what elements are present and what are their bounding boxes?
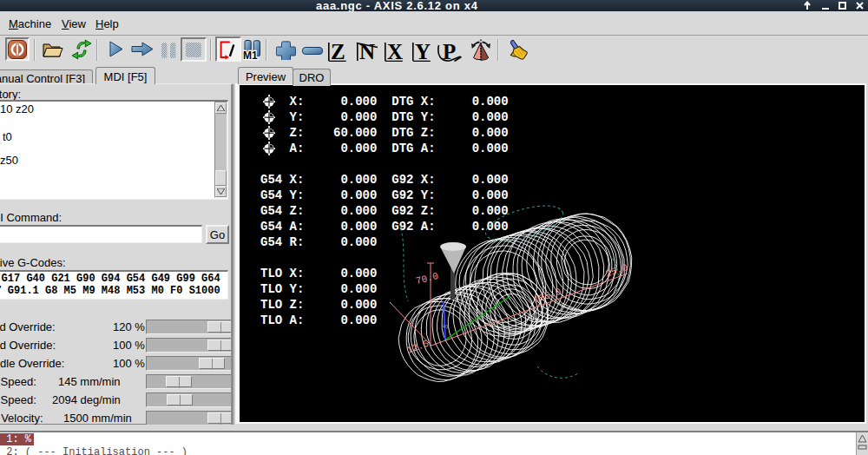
- svg-text:5: 5: [441, 323, 450, 330]
- svg-text:X: X: [387, 40, 403, 62]
- svg-text:Y: Y: [415, 40, 431, 62]
- svg-text:N: N: [359, 40, 375, 62]
- svg-text:70.0: 70.0: [415, 271, 440, 287]
- svg-text:25.0: 25.0: [604, 262, 629, 280]
- svg-text:12.5: 12.5: [405, 339, 431, 356]
- svg-text:Z: Z: [331, 40, 345, 62]
- svg-text:M1: M1: [243, 49, 258, 61]
